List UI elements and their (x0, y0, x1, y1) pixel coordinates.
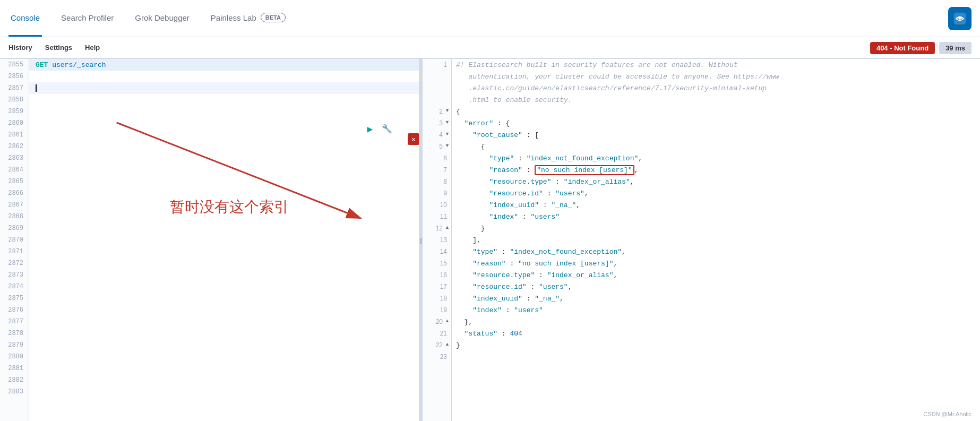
resp-linenum-4[interactable]: 4▼ (423, 129, 451, 141)
secondary-nav-wrapper: History Settings Help 404 - Not Found 39… (0, 37, 980, 59)
resp-linenum-3[interactable]: 3▼ (423, 117, 451, 129)
tab-search-profiler[interactable]: Search Profiler (59, 0, 116, 37)
editor-line-2877[interactable] (29, 316, 419, 328)
nav-settings[interactable]: Settings (45, 44, 72, 51)
editor-line-2869[interactable] (29, 222, 419, 234)
editor-line-2875[interactable] (29, 293, 419, 304)
wrench-icon[interactable]: 🔧 (381, 123, 393, 135)
resp-line-3: "error" : { (456, 117, 980, 129)
editor-line-2865[interactable] (29, 176, 419, 187)
editor-line-2864[interactable] (29, 164, 419, 176)
line-num-2879: 2879 (0, 339, 29, 351)
tab-console[interactable]: Console (8, 0, 42, 37)
editor-line-2872[interactable] (29, 257, 419, 269)
editor-line-2883[interactable] (29, 386, 419, 398)
resp-linenum-9: 9 (423, 187, 451, 199)
editor-line-2882[interactable] (29, 374, 419, 386)
resp-linenum-5[interactable]: 5▼ (423, 141, 451, 152)
resp-linenum-17: 17 (423, 281, 451, 293)
resp-linenum-23: 23 (423, 351, 451, 363)
status-badge: 404 - Not Found (870, 42, 935, 54)
editor-panel[interactable]: 2855 2856 2857 2858 2859 2860 2861 2862 … (0, 59, 419, 421)
resp-line-c2: authentication, your cluster could be ac… (456, 71, 980, 82)
editor-line-2862[interactable] (29, 141, 419, 152)
tab-painless-lab[interactable]: Painless Lab BETA (209, 0, 288, 37)
editor-line-2857[interactable] (29, 82, 419, 94)
editor-area[interactable]: 2855 2856 2857 2858 2859 2860 2861 2862 … (0, 59, 419, 421)
val-resource-id-9: "users" (555, 190, 584, 197)
val-index-uuid-10: "_na_" (551, 201, 576, 209)
line-num-2869: 2869 (0, 222, 29, 234)
resp-line-23 (456, 351, 980, 363)
line-num-2883: 2883 (0, 386, 29, 398)
editor-line-2878[interactable] (29, 328, 419, 339)
fold-arrow-3[interactable]: ▼ (445, 119, 450, 125)
val-index-19: "users" (514, 306, 543, 314)
app-icon[interactable] (948, 7, 972, 30)
key-status: "status" (465, 330, 497, 338)
editor-line-2874[interactable] (29, 281, 419, 293)
editor-line-2879[interactable] (29, 339, 419, 351)
resp-linenum-18: 18 (423, 293, 451, 304)
editor-line-2860[interactable] (29, 117, 419, 129)
editor-line-2870[interactable] (29, 234, 419, 246)
resp-linenum-c2 (423, 71, 451, 82)
time-badge: 39 ms (939, 42, 972, 54)
resp-linenum-c3 (423, 82, 451, 94)
run-button[interactable]: ▶ (364, 123, 376, 135)
val-reason-15: "no such index [users]" (518, 260, 613, 268)
line-num-2874: 2874 (0, 281, 29, 293)
line-num-2856: 2856 (0, 71, 29, 82)
fold-arrow-4[interactable]: ▼ (445, 131, 450, 136)
brace-open: { (456, 108, 460, 116)
fold-arrow-22[interactable]: ▲ (445, 341, 450, 347)
editor-line-2856[interactable] (29, 71, 419, 82)
resp-linenum-21: 21 (423, 328, 451, 339)
editor-lines[interactable]: GET users/_search (29, 59, 419, 421)
resp-linenum-20[interactable]: 20▲ (423, 316, 451, 328)
editor-line-2855[interactable]: GET users/_search (29, 59, 419, 71)
comment-2: authentication, your cluster could be ac… (456, 73, 779, 81)
resp-linenum-19: 19 (423, 304, 451, 316)
resp-linenum-22[interactable]: 22▲ (423, 339, 451, 351)
editor-line-2881[interactable] (29, 363, 419, 374)
line-num-2858: 2858 (0, 94, 29, 106)
editor-line-2876[interactable] (29, 304, 419, 316)
line-num-2870: 2870 (0, 234, 29, 246)
resp-line-5: { (456, 141, 980, 152)
editor-line-2880[interactable] (29, 351, 419, 363)
editor-toolbar: ▶ 🔧 (364, 123, 393, 135)
key-resource-type-8: "resource.type" (489, 178, 551, 186)
brace-close: } (456, 341, 460, 349)
resp-linenum-15: 15 (423, 257, 451, 269)
editor-line-2873[interactable] (29, 269, 419, 281)
editor-line-2858[interactable] (29, 94, 419, 106)
resp-line-18: "index_uuid" : "_na_", (456, 293, 980, 304)
editor-line-2861[interactable] (29, 129, 419, 141)
resp-line-c3: .elastic.co/guide/en/elasticsearch/refer… (456, 82, 980, 94)
fold-arrow-20[interactable]: ▲ (445, 318, 450, 323)
fold-arrow-5[interactable]: ▼ (445, 143, 450, 148)
tab-grok-debugger[interactable]: Grok Debugger (133, 0, 192, 37)
resp-linenum-12[interactable]: 12▲ (423, 222, 451, 234)
val-index-11: "users" (530, 213, 560, 221)
val-index-uuid-18: "_na_" (535, 295, 560, 303)
editor-line-numbers: 2855 2856 2857 2858 2859 2860 2861 2862 … (0, 59, 29, 421)
resp-linenum-10: 10 (423, 199, 451, 211)
line-num-2861: 2861 (0, 129, 29, 141)
fold-arrow-2[interactable]: ▼ (445, 108, 450, 113)
error-close-button[interactable]: ✕ (408, 133, 419, 145)
nav-help[interactable]: Help (85, 44, 100, 51)
editor-line-2863[interactable] (29, 152, 419, 164)
editor-line-2871[interactable] (29, 246, 419, 257)
resp-line-13: ], (456, 234, 980, 246)
resp-linenum-8: 8 (423, 176, 451, 187)
resp-line-4: "root_cause" : [ (456, 129, 980, 141)
nav-history[interactable]: History (8, 44, 32, 51)
editor-line-2859[interactable] (29, 106, 419, 117)
key-resource-id-9: "resource.id" (489, 190, 543, 197)
resp-linenum-2[interactable]: 2▼ (423, 106, 451, 117)
line-num-2855: 2855 (0, 59, 29, 71)
http-method: GET (36, 61, 48, 69)
fold-arrow-12[interactable]: ▲ (445, 225, 450, 230)
